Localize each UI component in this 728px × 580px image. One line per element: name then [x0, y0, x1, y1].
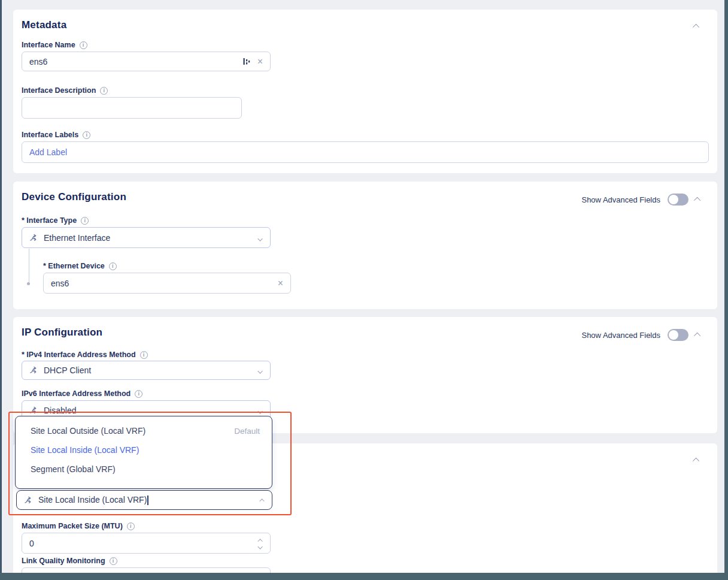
info-icon[interactable]: i: [100, 87, 108, 95]
stepper-down-icon[interactable]: [257, 544, 262, 549]
branch-icon: [24, 496, 32, 505]
add-label-placeholder: Add Label: [29, 147, 701, 157]
metadata-title: Metadata: [22, 19, 66, 31]
mtu-value: 0: [29, 539, 259, 548]
clear-icon[interactable]: ×: [278, 279, 283, 288]
frame-right-edge: [724, 0, 728, 580]
info-icon[interactable]: i: [83, 131, 90, 139]
ethernet-device-label: * Ethernet Device i: [43, 262, 117, 270]
interface-type-value: Ethernet Interface: [44, 233, 253, 243]
chevron-down-icon: [257, 236, 262, 241]
branch-icon: [29, 366, 38, 374]
nested-connector-line: [29, 249, 29, 283]
vrf-dropdown-panel: Site Local Outside (Local VRF) Default S…: [15, 416, 272, 489]
default-badge: Default: [234, 427, 260, 436]
show-advanced-fields-group: Show Advanced Fields: [581, 194, 700, 206]
ip-configuration-title: IP Configuration: [22, 327, 102, 339]
interface-type-select[interactable]: Ethernet Interface: [22, 227, 271, 248]
interface-description-input[interactable]: [22, 97, 242, 119]
interface-type-label: * Interface Type i: [22, 216, 89, 225]
device-configuration-title: Device Configuration: [22, 191, 126, 203]
chevron-down-icon: [257, 409, 262, 413]
ethernet-device-value: ens6: [51, 279, 278, 288]
collapse-section-icon[interactable]: [693, 458, 699, 464]
section-metadata: Metadata Interface Name i ens6 × Interfa…: [13, 10, 717, 173]
branch-icon: [29, 406, 38, 415]
ethernet-device-input[interactable]: ens6 ×: [43, 273, 291, 294]
interface-name-value: ens6: [29, 57, 242, 67]
nested-connector-dot: [27, 282, 30, 285]
section-device-configuration: Device Configuration Show Advanced Field…: [13, 182, 717, 309]
info-icon[interactable]: i: [80, 41, 87, 49]
text-cursor: [147, 496, 148, 505]
dropdown-option-site-local-inside[interactable]: Site Local Inside (Local VRF): [16, 440, 272, 460]
dropdown-option-site-local-outside[interactable]: Site Local Outside (Local VRF) Default: [16, 421, 272, 440]
collapse-ip-configuration-icon[interactable]: [694, 333, 700, 339]
vrf-select-value: Site Local Inside (Local VRF): [38, 495, 255, 505]
ipv4-method-select[interactable]: DHCP Client: [22, 361, 271, 380]
vrf-select-open[interactable]: Site Local Inside (Local VRF): [16, 490, 272, 510]
interface-description-label: Interface Description i: [22, 86, 108, 95]
interface-name-label: Interface Name i: [22, 41, 87, 49]
collapse-metadata-icon[interactable]: [693, 24, 699, 31]
interface-labels-label: Interface Labels i: [22, 131, 90, 139]
mtu-input[interactable]: 0: [22, 533, 271, 554]
interface-config-page: Metadata Interface Name i ens6 × Interfa…: [0, 0, 728, 580]
toggle-knob: [669, 330, 678, 340]
number-stepper[interactable]: [259, 539, 263, 548]
chevron-down-icon: [257, 368, 262, 373]
show-advanced-toggle[interactable]: [668, 329, 688, 341]
info-icon[interactable]: i: [127, 522, 135, 530]
show-advanced-fields-label: Show Advanced Fields: [581, 331, 660, 340]
interface-labels-input[interactable]: Add Label: [22, 141, 709, 163]
chevron-up-icon: [259, 499, 264, 503]
show-advanced-fields-label: Show Advanced Fields: [581, 195, 660, 204]
ipv6-method-value: Disabled: [44, 406, 253, 415]
frame-left-edge: [0, 0, 2, 580]
info-icon[interactable]: i: [135, 390, 142, 398]
info-icon[interactable]: i: [109, 262, 117, 270]
toggle-knob: [669, 195, 678, 204]
dropdown-option-segment[interactable]: Segment (Global VRF): [16, 460, 272, 479]
show-advanced-fields-group: Show Advanced Fields: [581, 329, 700, 341]
branch-icon: [29, 234, 38, 242]
info-icon[interactable]: i: [110, 557, 117, 565]
link-quality-label: Link Quality Monitoring i: [22, 557, 117, 565]
ipv6-method-label: IPv6 Interface Address Method i: [22, 389, 142, 398]
info-icon[interactable]: i: [140, 351, 148, 359]
clear-icon[interactable]: ×: [257, 57, 263, 67]
collapse-device-configuration-icon[interactable]: [694, 197, 700, 204]
generate-name-icon[interactable]: [242, 58, 250, 65]
ipv4-method-value: DHCP Client: [44, 365, 253, 375]
mtu-label: Maximum Packet Size (MTU) i: [22, 522, 135, 530]
info-icon[interactable]: i: [81, 217, 89, 225]
interface-name-input[interactable]: ens6 ×: [22, 52, 271, 71]
ipv4-method-label: * IPv4 Interface Address Method i: [22, 351, 148, 359]
frame-bottom-edge: [0, 573, 728, 580]
show-advanced-toggle[interactable]: [668, 194, 688, 206]
